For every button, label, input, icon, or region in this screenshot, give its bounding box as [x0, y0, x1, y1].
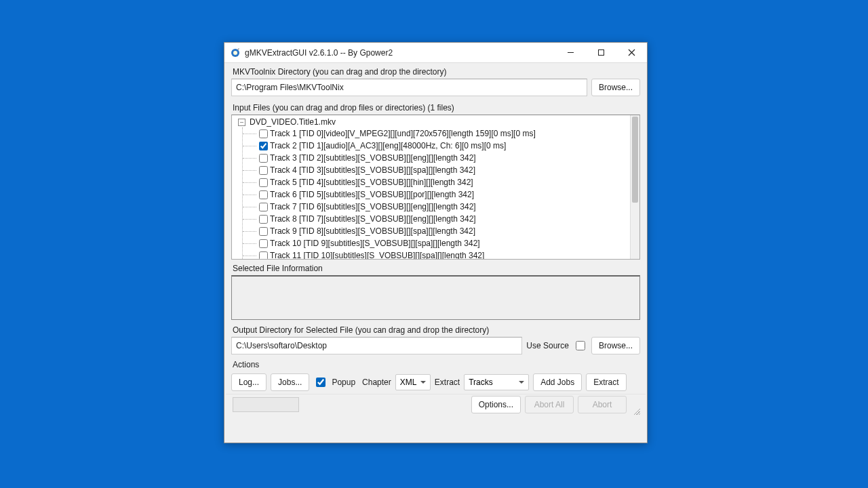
minimize-button[interactable]	[555, 43, 586, 63]
extract-mode-select[interactable]: Tracks	[464, 374, 529, 390]
chapter-label: Chapter	[362, 378, 391, 387]
track-checkbox[interactable]	[259, 190, 268, 199]
track-label: Track 3 [TID 2][subtitles][S_VOBSUB][][e…	[270, 153, 476, 163]
scrollbar-thumb[interactable]	[632, 117, 638, 203]
track-checkbox[interactable]	[259, 251, 268, 260]
options-button[interactable]: Options...	[471, 396, 521, 413]
track-checkbox[interactable]	[259, 203, 268, 211]
svg-rect-2	[599, 50, 604, 56]
abort-all-button[interactable]: Abort All	[525, 396, 574, 413]
track-checkbox[interactable]	[259, 129, 268, 138]
tree-file-label: DVD_VIDEO.Title1.mkv	[250, 117, 336, 127]
track-row[interactable]: Track 2 [TID 1][audio][A_AC3][][eng][480…	[243, 140, 627, 152]
track-row[interactable]: Track 6 [TID 5][subtitles][S_VOBSUB][][p…	[243, 188, 627, 201]
content-area: MKVToolnix Directory (you can drag and d…	[224, 63, 647, 443]
add-jobs-button[interactable]: Add Jobs	[533, 373, 582, 391]
track-label: Track 9 [TID 8][subtitles][S_VOBSUB][][s…	[270, 226, 475, 236]
track-label: Track 4 [TID 3][subtitles][S_VOBSUB][][s…	[270, 165, 475, 175]
maximize-button[interactable]	[586, 43, 616, 63]
track-checkbox[interactable]	[259, 227, 268, 236]
track-label: Track 5 [TID 4][subtitles][S_VOBSUB][][h…	[270, 178, 473, 187]
log-button[interactable]: Log...	[231, 373, 267, 391]
app-window: gMKVExtractGUI v2.6.1.0 -- By Gpower2 MK…	[224, 42, 648, 443]
track-checkbox[interactable]	[259, 166, 268, 175]
selected-info-label: Selected File Information	[233, 264, 640, 273]
track-label: Track 11 [TID 10][subtitles][S_VOBSUB][]…	[270, 251, 484, 259]
output-dir-input[interactable]	[231, 337, 522, 354]
track-label: Track 6 [TID 5][subtitles][S_VOBSUB][][p…	[270, 190, 474, 199]
track-checkbox[interactable]	[259, 142, 268, 150]
extract-button[interactable]: Extract	[586, 373, 626, 391]
track-checkbox[interactable]	[259, 239, 268, 248]
jobs-button[interactable]: Jobs...	[271, 373, 309, 391]
extract-mode-label: Extract	[435, 378, 460, 387]
collapse-icon[interactable]: –	[238, 119, 245, 126]
track-row[interactable]: Track 11 [TID 10][subtitles][S_VOBSUB][]…	[243, 249, 627, 259]
chapter-select[interactable]: XML	[395, 374, 431, 390]
extract-mode-value: Tracks	[469, 378, 493, 387]
track-label: Track 8 [TID 7][subtitles][S_VOBSUB][][e…	[270, 214, 476, 224]
window-title: gMKVExtractGUI v2.6.1.0 -- By Gpower2	[245, 48, 555, 58]
selected-info-box	[231, 275, 640, 320]
track-checkbox[interactable]	[259, 215, 268, 224]
input-files-tree[interactable]: – DVD_VIDEO.Title1.mkv Track 1 [TID 0][v…	[231, 115, 640, 260]
chapter-value: XML	[400, 378, 417, 387]
actions-label: Actions	[233, 360, 640, 369]
popup-label: Popup	[332, 378, 355, 387]
mkvtoolnix-browse-button[interactable]: Browse...	[591, 79, 640, 96]
tree-scrollbar[interactable]	[630, 115, 639, 259]
input-files-label: Input Files (you can drag and drop files…	[233, 103, 640, 113]
track-row[interactable]: Track 8 [TID 7][subtitles][S_VOBSUB][][e…	[243, 213, 627, 225]
track-label: Track 7 [TID 6][subtitles][S_VOBSUB][][e…	[270, 202, 476, 211]
titlebar: gMKVExtractGUI v2.6.1.0 -- By Gpower2	[224, 43, 647, 63]
use-source-label: Use Source	[526, 341, 569, 350]
track-label: Track 10 [TID 9][subtitles][S_VOBSUB][][…	[270, 239, 480, 248]
progress-bar	[233, 397, 299, 412]
track-checkbox[interactable]	[259, 178, 268, 187]
resize-grip[interactable]	[632, 407, 640, 415]
track-row[interactable]: Track 3 [TID 2][subtitles][S_VOBSUB][][e…	[243, 152, 627, 164]
svg-point-1	[233, 51, 237, 55]
abort-button[interactable]: Abort	[578, 396, 627, 413]
track-row[interactable]: Track 4 [TID 3][subtitles][S_VOBSUB][][s…	[243, 164, 627, 176]
track-row[interactable]: Track 7 [TID 6][subtitles][S_VOBSUB][][e…	[243, 201, 627, 213]
mkvtoolnix-dir-input[interactable]	[231, 79, 587, 96]
output-browse-button[interactable]: Browse...	[591, 337, 640, 354]
track-checkbox[interactable]	[259, 154, 268, 163]
app-icon	[230, 47, 241, 58]
tree-file-node[interactable]: – DVD_VIDEO.Title1.mkv	[235, 117, 627, 127]
track-label: Track 2 [TID 1][audio][A_AC3][][eng][480…	[270, 141, 506, 150]
track-row[interactable]: Track 1 [TID 0][video][V_MPEG2][][und][7…	[243, 127, 627, 140]
track-row[interactable]: Track 10 [TID 9][subtitles][S_VOBSUB][][…	[243, 237, 627, 249]
output-dir-label: Output Directory for Selected File (you …	[233, 325, 640, 335]
track-row[interactable]: Track 9 [TID 8][subtitles][S_VOBSUB][][s…	[243, 225, 627, 237]
mkvtoolnix-dir-label: MKVToolnix Directory (you can drag and d…	[233, 67, 640, 77]
use-source-checkbox[interactable]	[576, 341, 585, 350]
track-row[interactable]: Track 5 [TID 4][subtitles][S_VOBSUB][][h…	[243, 176, 627, 188]
track-label: Track 1 [TID 0][video][V_MPEG2][][und][7…	[270, 129, 536, 138]
close-button[interactable]	[616, 43, 647, 63]
popup-checkbox[interactable]	[316, 378, 326, 387]
